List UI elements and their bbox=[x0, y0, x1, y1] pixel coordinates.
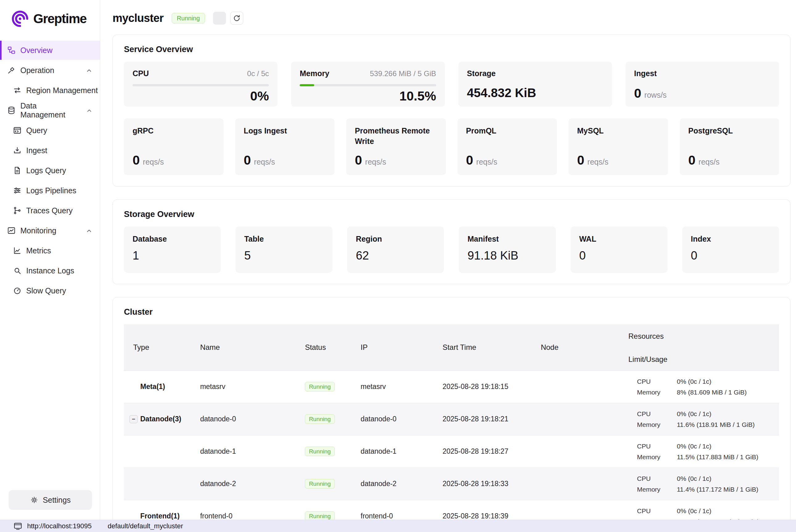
row-start-time: 2025-08-28 19:18:15 bbox=[435, 370, 533, 403]
settings-button[interactable]: Settings bbox=[8, 490, 92, 510]
cpu-stat-card: CPU 0c / 5c 0% bbox=[124, 62, 278, 107]
sidebar-item-overview[interactable]: Overview bbox=[0, 41, 100, 60]
cpu-row-label: CPU bbox=[637, 506, 671, 516]
column-header-resources: Resources bbox=[628, 324, 779, 348]
code-window-icon bbox=[13, 126, 22, 135]
gauge-icon bbox=[13, 286, 22, 295]
table-row-datanode-0: − Datanode(3) datanode-0 Running datanod… bbox=[124, 403, 779, 435]
secondary-action-button[interactable] bbox=[213, 12, 226, 25]
status-bar-url: http://localhost:19095 bbox=[27, 522, 92, 530]
wrench-icon bbox=[7, 66, 16, 75]
store-value: 0 bbox=[579, 249, 659, 262]
row-start-time: 2025-08-28 19:18:39 bbox=[435, 500, 533, 520]
row-node bbox=[533, 435, 628, 468]
sidebar-item-data-management[interactable]: Data Management bbox=[0, 101, 100, 120]
store-value: 62 bbox=[356, 249, 435, 262]
row-status-badge: Running bbox=[305, 511, 335, 520]
cpu-label: CPU bbox=[133, 69, 149, 78]
cpu-usage: 0% (0c / 1c) bbox=[677, 473, 779, 484]
cluster-status-badge: Running bbox=[172, 13, 205, 23]
sidebar-item-label: Ingest bbox=[26, 146, 47, 155]
rate-value: 0 bbox=[244, 153, 251, 168]
cluster-table: Type Name Status IP Start Time Node Reso… bbox=[124, 324, 779, 520]
cpu-percent: 0% bbox=[133, 89, 269, 103]
sidebar-item-label: Query bbox=[26, 126, 47, 135]
storage-label: Storage bbox=[467, 69, 496, 78]
sidebar-item-logs-query[interactable]: Logs Query bbox=[0, 161, 100, 180]
rate-unit: reqs/s bbox=[587, 157, 608, 167]
promql-rate-card: PromQL 0reqs/s bbox=[457, 118, 557, 175]
index-card: Index 0 bbox=[682, 227, 779, 273]
column-header-limit-usage: Limit/Usage bbox=[628, 348, 779, 370]
sidebar-item-metrics[interactable]: Metrics bbox=[0, 241, 100, 260]
storage-overview-panel: Storage Overview Database 1 Table 5 Regi… bbox=[113, 200, 791, 284]
memory-usage: 10.1% (103.691 MiB / 1 GiB) bbox=[677, 516, 779, 520]
database-card: Database 1 bbox=[124, 227, 221, 273]
collapse-icon[interactable]: − bbox=[130, 415, 137, 423]
chevron-up-icon bbox=[86, 107, 93, 114]
column-header-type: Type bbox=[124, 324, 193, 370]
storage-stat-grid: Database 1 Table 5 Region 62 Manifest 91… bbox=[124, 227, 779, 273]
cpu-row-label: CPU bbox=[637, 376, 671, 387]
postgresql-rate-card: PostgreSQL 0reqs/s bbox=[680, 118, 779, 175]
memory-percent: 10.5% bbox=[300, 89, 436, 103]
table-row-datanode-2: datanode-2 Running datanode-2 2025-08-28… bbox=[124, 468, 779, 500]
sidebar-item-monitoring[interactable]: Monitoring bbox=[0, 221, 100, 240]
sidebar-item-label: Data Management bbox=[20, 101, 81, 119]
chevron-up-icon bbox=[86, 67, 93, 74]
rate-label: MySQL bbox=[577, 126, 659, 136]
prometheus-remote-write-rate-card: Prometheus Remote Write 0reqs/s bbox=[346, 118, 446, 175]
sidebar-item-slow-query[interactable]: Slow Query bbox=[0, 281, 100, 300]
rate-label: Logs Ingest bbox=[244, 126, 326, 136]
rate-value: 0 bbox=[688, 153, 696, 168]
sidebar-item-query[interactable]: Query bbox=[0, 121, 100, 140]
sidebar-item-instance-logs[interactable]: Instance Logs bbox=[0, 261, 100, 280]
manifest-card: Manifest 91.18 KiB bbox=[459, 227, 555, 273]
row-start-time: 2025-08-28 19:18:21 bbox=[435, 403, 533, 435]
memory-row-label: Memory bbox=[637, 484, 671, 495]
memory-row-label: Memory bbox=[637, 419, 671, 430]
page-title: mycluster bbox=[113, 12, 164, 25]
sidebar-item-label: Instance Logs bbox=[26, 266, 74, 275]
store-value: 5 bbox=[244, 249, 324, 262]
rate-grid: gRPC 0reqs/s Logs Ingest 0reqs/s Prometh… bbox=[124, 118, 779, 175]
row-status-badge: Running bbox=[305, 382, 335, 392]
sidebar-item-ingest[interactable]: Ingest bbox=[0, 141, 100, 160]
mysql-rate-card: MySQL 0reqs/s bbox=[568, 118, 668, 175]
memory-usage: 11.4% (117.172 MiB / 1 GiB) bbox=[677, 484, 779, 495]
row-type bbox=[124, 468, 193, 500]
panel-title: Service Overview bbox=[124, 45, 779, 54]
row-type: Datanode(3) bbox=[140, 415, 181, 423]
sidebar-item-traces-query[interactable]: Traces Query bbox=[0, 201, 100, 220]
row-status-badge: Running bbox=[305, 446, 335, 456]
cpu-row-label: CPU bbox=[637, 441, 671, 452]
sidebar-item-region-management[interactable]: Region Management bbox=[0, 81, 100, 100]
row-node bbox=[533, 500, 628, 520]
table-card: Table 5 bbox=[235, 227, 332, 273]
region-card: Region 62 bbox=[347, 227, 444, 273]
rate-value: 0 bbox=[466, 153, 473, 168]
memory-row-label: Memory bbox=[637, 387, 671, 398]
column-header-status: Status bbox=[298, 324, 353, 370]
chart-frame-icon bbox=[7, 226, 16, 235]
cpu-detail: 0c / 5c bbox=[247, 69, 269, 78]
status-bar: http://localhost:19095 default/default_m… bbox=[0, 520, 796, 532]
rate-label: PromQL bbox=[466, 126, 548, 136]
column-header-node: Node bbox=[533, 324, 628, 370]
store-label: Region bbox=[356, 234, 435, 244]
sidebar-menu: Overview Operation Region Management bbox=[0, 41, 100, 300]
memory-progress-fill bbox=[300, 84, 314, 86]
rate-unit: reqs/s bbox=[365, 157, 386, 167]
sidebar-item-label: Metrics bbox=[26, 246, 51, 255]
sidebar-item-operation[interactable]: Operation bbox=[0, 61, 100, 80]
refresh-icon bbox=[233, 14, 241, 22]
branch-tree-icon bbox=[13, 206, 22, 215]
row-status-badge: Running bbox=[305, 414, 335, 424]
rate-value: 0 bbox=[577, 153, 584, 168]
refresh-button[interactable] bbox=[230, 12, 243, 25]
row-start-time: 2025-08-28 19:18:33 bbox=[435, 468, 533, 500]
row-node bbox=[533, 403, 628, 435]
cluster-panel: Cluster Type Name Status IP Start Time N… bbox=[113, 297, 791, 520]
sidebar-item-logs-pipelines[interactable]: Logs Pipelines bbox=[0, 181, 100, 200]
header-actions bbox=[213, 12, 243, 25]
